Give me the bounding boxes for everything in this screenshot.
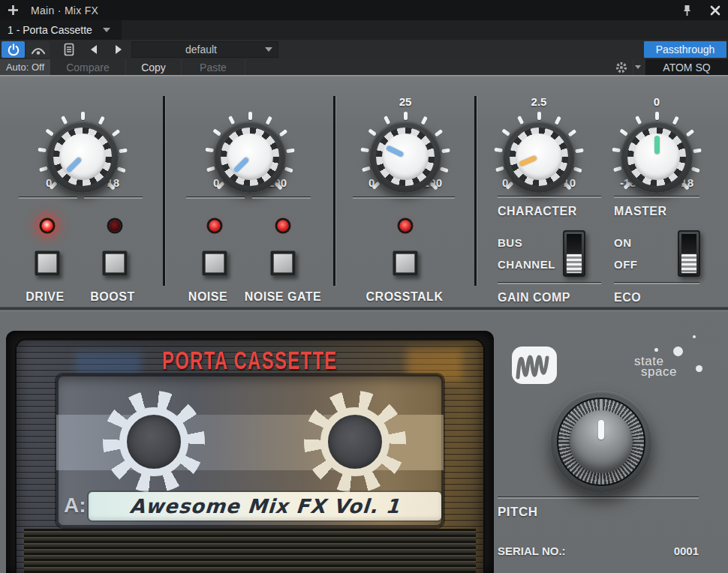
logo-dot xyxy=(673,346,683,356)
preset-name: 1 - Porta Cassette xyxy=(8,24,92,36)
toolbar: default Passthrough xyxy=(0,40,728,59)
serial-label: SERIAL NO.: xyxy=(498,544,566,557)
passthrough-button[interactable]: Passthrough xyxy=(644,41,726,58)
underline xyxy=(252,197,311,199)
noise-led xyxy=(209,220,221,232)
boost-button[interactable] xyxy=(103,251,128,276)
crosstalk-button[interactable] xyxy=(393,251,418,276)
master-knob-group: 0 -18+18 xyxy=(593,95,720,190)
tape-name-strip: Awesome Mix FX Vol. 1 xyxy=(89,492,441,520)
toolbar-row2: Auto: Off Compare Copy Paste ATOM SQ xyxy=(0,59,728,75)
document-icon xyxy=(64,43,74,56)
channel-label: CHANNEL xyxy=(498,258,555,271)
window-title: Main · Mix FX xyxy=(31,4,98,16)
paste-button[interactable]: Paste xyxy=(182,59,245,75)
serial-value: 0001 xyxy=(674,544,699,557)
right-reel xyxy=(304,391,406,493)
settings-button[interactable] xyxy=(610,59,633,75)
underline xyxy=(353,197,455,199)
gain-comp-label: GAIN COMP xyxy=(498,291,570,304)
underline xyxy=(498,283,601,284)
knob-body xyxy=(47,121,119,193)
crosstalk-knob-group: 25 0100 xyxy=(341,95,469,190)
logo-dot xyxy=(693,335,696,338)
underline xyxy=(498,196,601,198)
chevron-down-icon xyxy=(635,65,641,69)
underline xyxy=(19,197,77,199)
pitch-knob-dome xyxy=(570,410,633,473)
noise-gate-label: NOISE GATE xyxy=(245,290,322,304)
presonus-logo xyxy=(511,346,558,388)
underline xyxy=(186,197,245,199)
preset-list-button[interactable] xyxy=(57,41,80,58)
bus-label: BUS xyxy=(498,236,522,249)
character-knob[interactable] xyxy=(492,110,585,203)
noise-label: NOISE xyxy=(188,290,227,304)
automation-button[interactable]: Auto: Off xyxy=(0,59,50,75)
switch-handle[interactable] xyxy=(566,254,582,274)
activate-button[interactable] xyxy=(2,41,25,58)
preset-dropdown[interactable]: default xyxy=(131,41,278,58)
add-icon[interactable] xyxy=(8,4,19,16)
drive-knob-group: 018 xyxy=(19,95,146,190)
plugin-panel: 018 0100 25 0100 2.5 xyxy=(0,75,728,573)
crosstalk-led xyxy=(400,220,411,232)
pitch-label: PITCH xyxy=(498,505,538,520)
noise-knob[interactable] xyxy=(203,110,296,203)
cassette-label-area: A: Awesome Mix FX Vol. 1 xyxy=(56,374,444,527)
eco-label: ECO xyxy=(614,291,641,304)
off-label: OFF xyxy=(614,258,638,271)
knob-pointer xyxy=(50,124,116,190)
gear-icon xyxy=(615,61,628,74)
copy-button[interactable]: Copy xyxy=(126,59,182,75)
noise-gate-button[interactable] xyxy=(271,251,296,276)
drive-knob[interactable] xyxy=(36,110,129,203)
chevron-down-icon xyxy=(265,47,272,52)
preset-row: 1 - Porta Cassette xyxy=(0,20,728,40)
side-a-label: A: xyxy=(64,494,86,518)
state-space-logo: state space xyxy=(634,356,677,377)
knob-pointer xyxy=(217,124,283,190)
right-triangle-icon xyxy=(116,45,122,54)
knob-pointer xyxy=(633,134,680,180)
eco-switch[interactable] xyxy=(678,230,700,277)
knob-pointer xyxy=(375,126,437,188)
preset-dropdown-value: default xyxy=(137,44,265,56)
gain-comp-switch[interactable] xyxy=(563,230,585,277)
underline xyxy=(614,196,699,198)
switch-handle[interactable] xyxy=(681,254,697,274)
master-knob[interactable] xyxy=(610,110,703,203)
cassette-well: PORTA CASSETTE A: Awesome Mix FX Vol. 1 xyxy=(6,331,494,573)
close-icon[interactable] xyxy=(710,5,720,16)
boost-label: BOOST xyxy=(90,290,134,304)
section-divider xyxy=(333,96,335,286)
knob-body xyxy=(369,121,441,193)
underline xyxy=(614,283,699,284)
cassette-title: PORTA CASSETTE xyxy=(29,346,472,375)
controller-dropdown-button[interactable] xyxy=(633,59,645,75)
compare-button[interactable]: Compare xyxy=(50,59,126,75)
drive-button[interactable] xyxy=(35,251,60,276)
pin-icon[interactable] xyxy=(682,4,692,16)
cassette-ridges xyxy=(24,529,476,573)
noise-knob-group: 0100 xyxy=(186,95,314,190)
character-label: CHARACTER xyxy=(498,205,577,218)
prev-preset-button[interactable] xyxy=(82,41,105,58)
pitch-knob[interactable] xyxy=(550,391,652,493)
underline xyxy=(84,197,143,199)
noise-gate-led xyxy=(278,220,289,232)
next-preset-button[interactable] xyxy=(107,41,130,58)
drive-led xyxy=(42,220,53,232)
noise-button[interactable] xyxy=(203,251,227,276)
panel-groove xyxy=(0,307,728,311)
plugin-window: Main · Mix FX 1 - Porta Cassette default… xyxy=(0,0,728,573)
knob-body xyxy=(503,121,575,193)
controller-button[interactable]: ATOM SQ xyxy=(645,59,728,75)
mixfx-button[interactable] xyxy=(26,41,50,58)
preset-selector[interactable]: 1 - Porta Cassette xyxy=(0,20,122,40)
knob-body xyxy=(621,121,693,193)
crosstalk-knob[interactable] xyxy=(359,110,452,203)
left-triangle-icon xyxy=(91,45,97,54)
chevron-down-icon xyxy=(103,28,110,32)
logo-dot xyxy=(696,365,702,372)
